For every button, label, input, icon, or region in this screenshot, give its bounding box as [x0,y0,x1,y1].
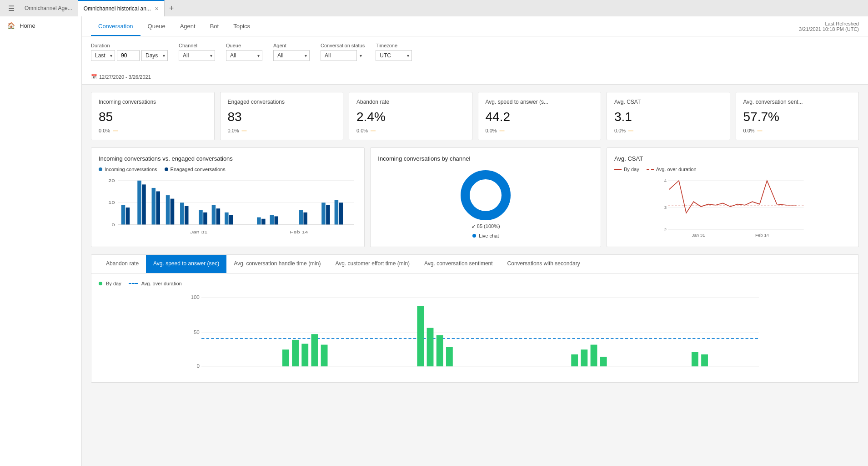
kpi-incoming-dash: — [113,128,118,133]
sidebar: 🏠 Home [0,16,82,466]
channel-select[interactable]: All [179,50,215,61]
svg-rect-59 [427,328,434,366]
filter-channel: Channel All [179,43,215,61]
svg-rect-56 [311,334,318,366]
tab-queue-label: Queue [148,23,166,30]
svg-rect-22 [257,218,261,225]
bottom-avg-label: Avg. over duration [141,281,182,286]
duration-value-input[interactable] [117,50,140,61]
bottom-avg-dash [129,283,138,284]
queue-label: Queue [226,43,262,48]
svg-text:3: 3 [664,205,667,210]
agent-select-wrapper: All [273,50,310,61]
kpi-sentiment-change: 0.0% — [743,128,852,133]
close-tab-icon[interactable]: ✕ [155,6,159,12]
last-refreshed-label: Last Refreshed [799,21,859,26]
kpi-sentiment-pct: 0.0% [743,128,755,133]
svg-rect-25 [274,216,278,224]
bar-chart-svg: 20 10 0 [99,176,357,239]
bottom-by-day-dot [99,282,102,285]
svg-rect-53 [282,350,289,366]
svg-rect-65 [600,357,607,366]
svg-rect-66 [692,352,698,366]
csat-avg-line [647,169,654,170]
svg-text:Jan 31: Jan 31 [692,233,705,238]
sidebar-item-home-label: Home [20,22,35,29]
tab-topics[interactable]: Topics [226,16,257,36]
kpi-engaged-title: Engaged conversations [228,99,336,105]
kpi-csat-value: 3.1 [614,110,722,124]
filter-conversation-status: Conversation status All [321,43,365,61]
hamburger-menu[interactable]: ☰ [4,4,19,13]
kpi-speed-title: Avg. speed to answer (s... [486,99,594,105]
tab-conversation[interactable]: Conversation [91,16,140,36]
tab-agent[interactable]: Agent [173,16,203,36]
svg-rect-60 [437,335,443,366]
bottom-tab-handle-label: Avg. conversation handle time (min) [234,260,321,267]
conversation-status-select[interactable]: All [321,50,357,61]
svg-rect-63 [581,350,587,366]
kpi-abandon-title: Abandon rate [356,99,465,105]
queue-select[interactable]: All [226,50,262,61]
filter-duration: Duration Last Days [91,43,168,61]
bottom-tab-abandon[interactable]: Abandon rate [99,255,146,273]
timezone-select[interactable]: UTC [376,50,412,61]
kpi-incoming-pct: 0.0% [99,128,110,133]
filters-bar: Duration Last Days Chann [82,36,868,85]
tab-queue[interactable]: Queue [140,16,173,36]
bottom-tab-handle[interactable]: Avg. conversation handle time (min) [226,255,328,273]
browser-tab-1[interactable]: Omnichannel Age... [19,0,78,16]
donut-container: ↙ 85 (100%) Live chat [378,167,593,239]
kpi-card-sentiment: Avg. conversation sent... 57.7% 0.0% — [736,92,859,140]
legend-engaged-label: Enagaged conversations [171,167,226,172]
bottom-chart-area: By day Avg. over duration 100 50 0 [91,274,858,382]
svg-rect-55 [301,344,308,366]
new-tab-button[interactable]: + [165,2,179,15]
svg-text:Feb 14: Feb 14 [755,233,769,238]
svg-rect-13 [171,199,175,225]
duration-preset-select[interactable]: Last [91,50,115,61]
chart-avg-csat-title: Avg. CSAT [614,155,851,162]
tab-bot[interactable]: Bot [203,16,226,36]
agent-select[interactable]: All [273,50,310,61]
svg-rect-30 [335,200,339,225]
nav-tabs: Conversation Queue Agent Bot Topics [91,16,859,36]
svg-rect-29 [326,205,330,225]
bottom-tab-sentiment[interactable]: Avg. conversation sentiment [417,255,500,273]
svg-rect-64 [591,344,597,366]
kpi-sentiment-title: Avg. conversation sent... [743,99,852,105]
svg-rect-28 [321,203,326,224]
bottom-tab-secondary[interactable]: Conversations with secondary [500,255,587,273]
bottom-tab-speed[interactable]: Avg. speed to answer (sec) [146,255,226,273]
svg-rect-7 [126,208,130,225]
kpi-incoming-value: 85 [99,110,207,124]
svg-text:20: 20 [108,178,115,182]
duration-unit-select[interactable]: Days [141,50,168,61]
svg-rect-9 [142,184,146,224]
kpi-incoming-title: Incoming conversations [99,99,207,105]
legend-engaged-dot [165,167,168,171]
kpi-speed-change: 0.0% — [486,128,594,133]
tab-bot-label: Bot [210,23,219,30]
svg-rect-57 [321,344,328,366]
svg-text:0: 0 [196,363,200,369]
tab-agent-label: Agent [180,23,196,30]
csat-by-day-line [614,169,622,170]
browser-tab-2[interactable]: Omnichannel historical an... ✕ [78,0,165,16]
svg-rect-14 [180,203,184,224]
chart-by-channel: Incoming conversations by channel ↙ 85 (… [370,147,601,247]
kpi-card-abandon: Abandon rate 2.4% 0.0% — [349,92,472,140]
bottom-tab-sentiment-label: Avg. conversation sentiment [424,260,493,267]
legend-engaged: Enagaged conversations [165,167,226,172]
sidebar-item-home[interactable]: 🏠 Home [0,16,81,35]
filter-timezone: Timezone UTC [376,43,412,61]
channel-label: Channel [179,43,215,48]
svg-text:100: 100 [191,294,200,300]
svg-rect-17 [203,213,207,225]
bottom-tab-effort[interactable]: Avg. customer effort time (min) [328,255,417,273]
kpi-card-csat: Avg. CSAT 3.1 0.0% — [607,92,730,140]
date-range: 📅 12/27/2020 - 3/26/2021 [91,74,859,80]
svg-rect-54 [292,340,299,366]
svg-rect-26 [299,210,303,224]
bottom-chart-legend: By day Avg. over duration [99,281,851,286]
